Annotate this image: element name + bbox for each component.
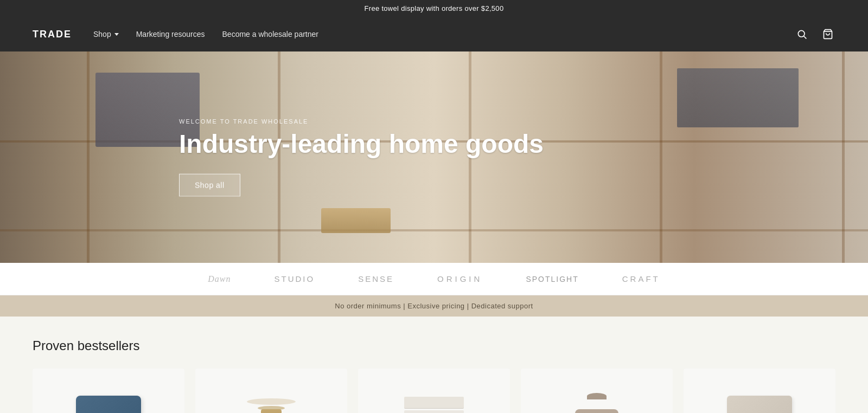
pillow-beige-shape xyxy=(727,396,792,413)
svg-point-0 xyxy=(798,30,805,37)
shop-label: Shop xyxy=(93,30,111,38)
shop-chevron-icon xyxy=(114,33,119,36)
brand-spotlight[interactable]: spotlight xyxy=(526,275,578,283)
nav-links: Shop Marketing resources Become a wholes… xyxy=(93,30,794,38)
shop-menu-link[interactable]: Shop xyxy=(93,30,119,38)
hero-section: WELCOME TO TRADE WHOLESALE Industry-lead… xyxy=(0,51,868,263)
search-button[interactable] xyxy=(794,27,809,42)
announcement-text: Free towel display with orders over $2,5… xyxy=(365,4,504,12)
cart-icon xyxy=(822,29,833,40)
sweater-shape xyxy=(570,393,624,413)
marketing-resources-label: Marketing resources xyxy=(136,30,205,38)
product-image-2 xyxy=(195,369,347,413)
cart-button[interactable] xyxy=(820,27,835,42)
brand-studio[interactable]: STUDIO xyxy=(275,274,315,283)
towel-2 xyxy=(404,410,464,414)
wholesale-partner-label: Become a wholesale partner xyxy=(222,30,318,38)
products-section: Proven bestsellers xyxy=(0,317,868,413)
towel-1 xyxy=(404,397,464,409)
product-card-1[interactable] xyxy=(33,369,184,413)
pillow-blue-shape xyxy=(76,396,141,413)
value-props-bar: No order minimums | Exclusive pricing | … xyxy=(0,295,868,317)
brand-sense[interactable]: SENSE xyxy=(358,274,394,283)
nav-icons xyxy=(794,27,835,42)
navigation: TRADE Shop Marketing resources Become a … xyxy=(0,17,868,51)
product-image-1 xyxy=(33,369,184,413)
brand-craft[interactable]: CRAFT xyxy=(622,274,660,283)
product-card-3[interactable] xyxy=(358,369,510,413)
products-grid: Sold out xyxy=(33,369,835,413)
wholesale-partner-link[interactable]: Become a wholesale partner xyxy=(222,30,318,38)
product-card-2[interactable] xyxy=(195,369,347,413)
value-props-text: No order minimums | Exclusive pricing | … xyxy=(335,302,533,310)
sweater-collar-shape xyxy=(587,393,607,399)
sweater-body-shape xyxy=(575,409,618,413)
brand-origin[interactable]: ORIGIN xyxy=(437,274,482,283)
product-card-5[interactable]: Sold out xyxy=(684,369,835,413)
brands-bar: Dawn STUDIO SENSE ORIGIN spotlight CRAFT xyxy=(0,263,868,295)
svg-line-1 xyxy=(804,36,807,39)
brand-dawn[interactable]: Dawn xyxy=(208,274,231,284)
section-title: Proven bestsellers xyxy=(33,338,835,353)
announcement-bar: Free towel display with orders over $2,5… xyxy=(0,0,868,17)
towels-stack-shape xyxy=(404,397,464,414)
hero-title: Industry-leading home goods xyxy=(179,130,544,159)
hero-welcome-text: WELCOME TO TRADE WHOLESALE xyxy=(179,118,544,125)
table-shape xyxy=(247,393,296,413)
table-top-shape xyxy=(247,398,296,405)
product-image-3 xyxy=(358,369,510,413)
shop-all-button[interactable]: Shop all xyxy=(179,173,240,196)
product-image-4 xyxy=(521,369,673,413)
marketing-resources-link[interactable]: Marketing resources xyxy=(136,30,205,38)
site-logo[interactable]: TRADE xyxy=(33,29,72,40)
product-image-5: Sold out xyxy=(684,369,835,413)
hero-content: WELCOME TO TRADE WHOLESALE Industry-lead… xyxy=(179,118,544,197)
search-icon xyxy=(796,29,807,40)
product-card-4[interactable] xyxy=(521,369,673,413)
table-stem-shape xyxy=(261,409,282,413)
